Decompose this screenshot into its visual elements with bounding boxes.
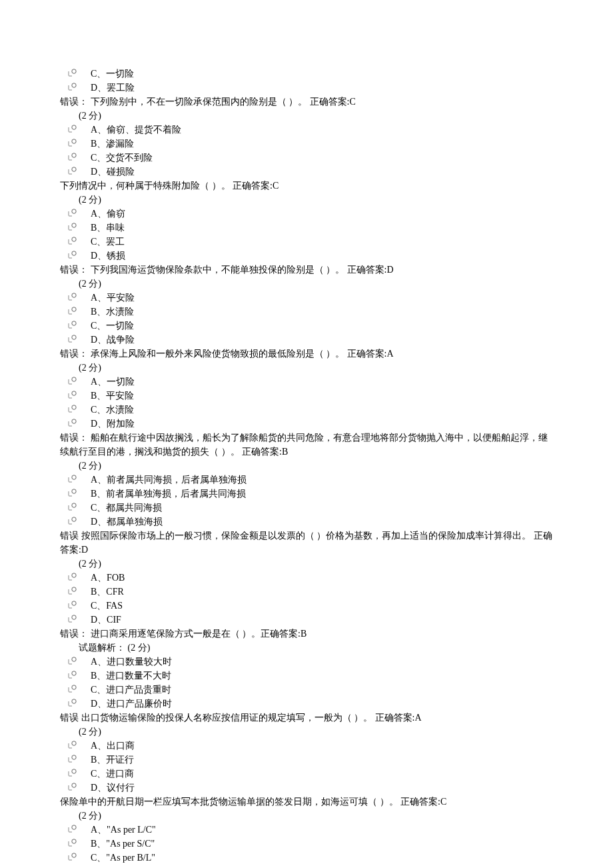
answer-option[interactable]: D、CIF	[68, 613, 553, 627]
radio-icon[interactable]	[68, 138, 80, 147]
svg-point-11	[72, 307, 76, 311]
svg-point-29	[72, 699, 76, 703]
answer-option[interactable]: D、议付行	[68, 781, 553, 795]
radio-icon[interactable]	[68, 824, 80, 833]
answer-option[interactable]: D、都属单独海损	[68, 515, 553, 529]
answer-option[interactable]: A、一切险	[68, 375, 553, 389]
radio-icon[interactable]	[68, 250, 80, 259]
question-stem: 保险单中的开航日期一栏应填写本批货物运输单据的签发日期，如海运可填（ ）。 正确…	[60, 795, 553, 809]
answer-option[interactable]: B、串味	[68, 221, 553, 235]
radio-icon[interactable]	[68, 376, 80, 385]
radio-icon[interactable]	[68, 488, 80, 497]
radio-icon[interactable]	[68, 166, 80, 175]
radio-icon[interactable]	[68, 208, 80, 217]
svg-point-16	[72, 405, 76, 409]
radio-icon[interactable]	[68, 236, 80, 245]
option-text: C、一切险	[91, 67, 134, 81]
answer-option[interactable]: C、水渍险	[68, 403, 553, 417]
radio-icon[interactable]	[68, 782, 80, 791]
answer-option[interactable]: A、偷窃	[68, 207, 553, 221]
radio-icon[interactable]	[68, 222, 80, 231]
svg-point-35	[72, 839, 76, 843]
answer-option[interactable]: B、"As per S/C"	[68, 837, 553, 851]
answer-option[interactable]: C、一切险	[68, 67, 553, 81]
radio-icon[interactable]	[68, 656, 80, 665]
svg-point-32	[72, 769, 76, 773]
option-text: A、平安险	[91, 291, 135, 305]
option-text: B、CFR	[91, 585, 124, 599]
answer-option[interactable]: D、进口产品廉价时	[68, 697, 553, 711]
answer-option[interactable]: C、"As per B/L"	[68, 851, 553, 865]
answer-option[interactable]: B、水渍险	[68, 305, 553, 319]
radio-icon[interactable]	[68, 572, 80, 581]
svg-point-27	[72, 671, 76, 675]
radio-icon[interactable]	[68, 852, 80, 861]
option-text: D、碰损险	[91, 165, 135, 179]
radio-icon[interactable]	[68, 740, 80, 749]
answer-option[interactable]: B、渗漏险	[68, 137, 553, 151]
answer-option[interactable]: C、一切险	[68, 319, 553, 333]
radio-icon[interactable]	[68, 306, 80, 315]
radio-icon[interactable]	[68, 768, 80, 777]
radio-icon[interactable]	[68, 474, 80, 483]
answer-option[interactable]: C、交货不到险	[68, 151, 553, 165]
answer-option[interactable]: A、"As per L/C"	[68, 823, 553, 837]
radio-icon[interactable]	[68, 516, 80, 525]
option-text: C、进口产品贵重时	[91, 683, 171, 697]
answer-option[interactable]: C、进口产品贵重时	[68, 683, 553, 697]
radio-icon[interactable]	[68, 292, 80, 301]
option-text: B、水渍险	[91, 305, 134, 319]
radio-icon[interactable]	[68, 502, 80, 511]
radio-icon[interactable]	[68, 124, 80, 133]
answer-option[interactable]: A、偷窃、提货不着险	[68, 123, 553, 137]
answer-option[interactable]: B、进口数量不大时	[68, 669, 553, 683]
svg-point-1	[72, 83, 76, 87]
radio-icon[interactable]	[68, 68, 80, 77]
answer-option[interactable]: C、都属共同海损	[68, 501, 553, 515]
radio-icon[interactable]	[68, 152, 80, 161]
radio-icon[interactable]	[68, 670, 80, 679]
option-text: A、偷窃、提货不着险	[91, 123, 181, 137]
svg-point-12	[72, 321, 76, 325]
answer-option[interactable]: B、开证行	[68, 753, 553, 767]
svg-point-0	[72, 69, 76, 73]
svg-point-21	[72, 517, 76, 521]
radio-icon[interactable]	[68, 614, 80, 623]
answer-option[interactable]: C、FAS	[68, 599, 553, 613]
option-text: C、一切险	[91, 319, 134, 333]
answer-option[interactable]: B、平安险	[68, 389, 553, 403]
option-text: B、"As per S/C"	[91, 837, 155, 851]
svg-point-9	[72, 251, 76, 255]
answer-option[interactable]: A、出口商	[68, 739, 553, 753]
radio-icon[interactable]	[68, 684, 80, 693]
answer-option[interactable]: D、附加险	[68, 417, 553, 431]
radio-icon[interactable]	[68, 334, 80, 343]
answer-option[interactable]: C、进口商	[68, 767, 553, 781]
answer-option[interactable]: D、碰损险	[68, 165, 553, 179]
radio-icon[interactable]	[68, 600, 80, 609]
question-stem: 下列情况中，何种属于特殊附加险（ ）。 正确答案:C	[60, 179, 553, 193]
radio-icon[interactable]	[68, 82, 80, 91]
answer-option[interactable]: C、罢工	[68, 235, 553, 249]
svg-point-5	[72, 167, 76, 171]
answer-option[interactable]: B、CFR	[68, 585, 553, 599]
answer-option[interactable]: D、战争险	[68, 333, 553, 347]
radio-icon[interactable]	[68, 698, 80, 707]
answer-option[interactable]: A、进口数量较大时	[68, 655, 553, 669]
answer-option[interactable]: A、平安险	[68, 291, 553, 305]
radio-icon[interactable]	[68, 320, 80, 329]
answer-option[interactable]: A、FOB	[68, 571, 553, 585]
option-text: B、进口数量不大时	[91, 669, 171, 683]
radio-icon[interactable]	[68, 754, 80, 763]
radio-icon[interactable]	[68, 838, 80, 847]
radio-icon[interactable]	[68, 404, 80, 413]
answer-option[interactable]: B、前者属单独海损，后者属共同海损	[68, 487, 553, 501]
radio-icon[interactable]	[68, 586, 80, 595]
option-text: D、锈损	[91, 249, 125, 263]
answer-option[interactable]: A、前者属共同海损，后者属单独海损	[68, 473, 553, 487]
radio-icon[interactable]	[68, 418, 80, 427]
question-stem: 错误： 进口商采用逐笔保险方式一般是在（ ）。正确答案:B	[60, 627, 553, 641]
answer-option[interactable]: D、罢工险	[68, 81, 553, 95]
answer-option[interactable]: D、锈损	[68, 249, 553, 263]
radio-icon[interactable]	[68, 390, 80, 399]
